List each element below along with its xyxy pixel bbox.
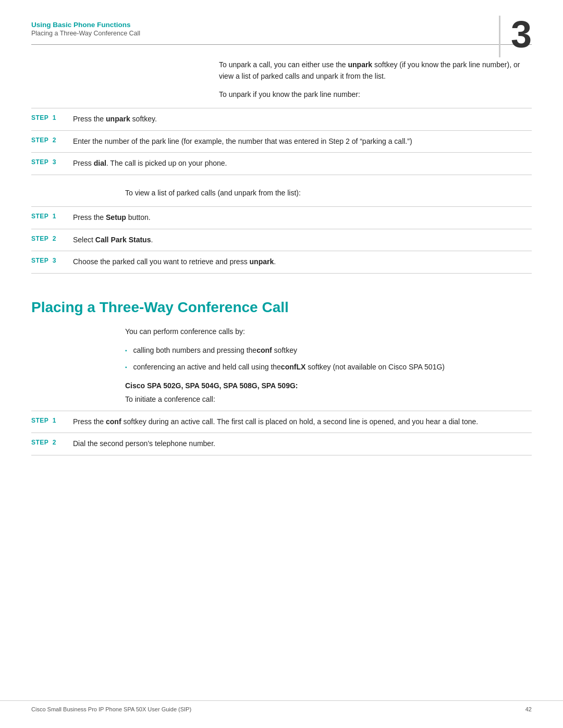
chapter-number-bar [499, 16, 500, 57]
step-row: STEP 1 Press the Setup button. [31, 206, 532, 229]
step-row: STEP 1 Press the conf softkey during an … [31, 411, 532, 433]
step-row: STEP 2 Enter the number of the park line… [31, 130, 532, 153]
section-intro: You can perform conference calls by: [125, 326, 532, 338]
page: Using Basic Phone Functions Placing a Th… [0, 0, 563, 728]
step-row: STEP 3 Press dial. The call is picked up… [31, 152, 532, 175]
step-row: STEP 3 Choose the parked call you want t… [31, 251, 532, 274]
intro-para2: To unpark if you know the park line numb… [219, 89, 532, 101]
main-content: To unpark a call, you can either use the… [0, 45, 563, 455]
step-conf-content-1: Press the conf softkey during an active … [73, 416, 532, 428]
chapter-label: Using Basic Phone Functions [31, 21, 532, 29]
step-label-2: STEP 2 [31, 136, 73, 144]
intro-block: To unpark a call, you can either use the… [125, 59, 532, 101]
step-content-1: Press the unpark softkey. [73, 114, 532, 125]
list-intro-block: To view a list of parked calls (and unpa… [125, 188, 532, 199]
step-label-1: STEP 1 [31, 114, 73, 121]
step-content-3: Press dial. The call is picked up on you… [73, 158, 532, 169]
step-list-label-1: STEP 1 [31, 212, 73, 220]
step-conf-label-1: STEP 1 [31, 416, 73, 424]
step-row: STEP 1 Press the unpark softkey. [31, 108, 532, 130]
page-footer: Cisco Small Business Pro IP Phone SPA 50… [0, 700, 563, 712]
step-content-2: Enter the number of the park line (for e… [73, 136, 532, 147]
bullet-list: calling both numbers and pressing the co… [125, 345, 532, 373]
step-row: STEP 2 Select Call Park Status. [31, 229, 532, 251]
cisco-label: Cisco SPA 502G, SPA 504G, SPA 508G, SPA … [125, 381, 532, 390]
step-conf-label-2: STEP 2 [31, 438, 73, 446]
steps-unpark-section: STEP 1 Press the unpark softkey. STEP 2 … [31, 108, 532, 175]
steps-conf-section: STEP 1 Press the conf softkey during an … [31, 411, 532, 455]
list-item: calling both numbers and pressing the co… [125, 345, 532, 356]
section-heading: Placing a Three-Way Conference Call [31, 299, 532, 316]
footer-page: 42 [525, 706, 532, 712]
steps-list-section: STEP 1 Press the Setup button. STEP 2 Se… [31, 206, 532, 274]
step-list-label-3: STEP 3 [31, 256, 73, 264]
to-initiate-text: To initiate a conference call: [125, 395, 532, 403]
step-label-3: STEP 3 [31, 158, 73, 166]
step-list-content-2: Select Call Park Status. [73, 235, 532, 246]
step-list-content-1: Press the Setup button. [73, 212, 532, 224]
footer-left: Cisco Small Business Pro IP Phone SPA 50… [31, 706, 191, 712]
step-conf-content-2: Dial the second person’s telephone numbe… [73, 438, 532, 450]
chapter-sub: Placing a Three-Way Conference Call [31, 30, 532, 37]
section-intro-block: You can perform conference calls by: cal… [125, 326, 532, 403]
list-item: conferencing an active and held call usi… [125, 362, 532, 373]
chapter-number: 3 [511, 16, 532, 53]
list-intro-text: To view a list of parked calls (and unpa… [125, 188, 532, 199]
page-header: Using Basic Phone Functions Placing a Th… [0, 0, 563, 37]
step-list-label-2: STEP 2 [31, 235, 73, 242]
step-list-content-3: Choose the parked call you want to retri… [73, 256, 532, 268]
step-row: STEP 2 Dial the second person’s telephon… [31, 433, 532, 455]
intro-para1: To unpark a call, you can either use the… [219, 59, 532, 82]
